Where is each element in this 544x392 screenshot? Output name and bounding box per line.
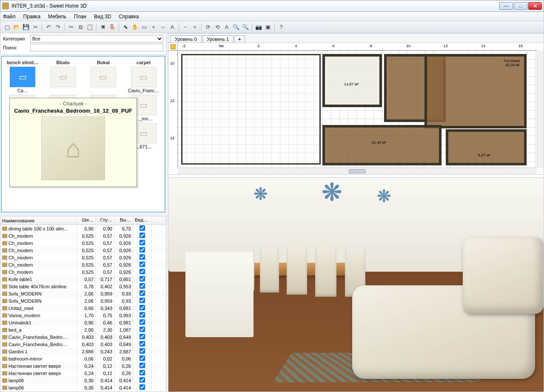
3d-view[interactable]: ▲ ▼ ◀ ▶ ❋ ❋ ❋ — [168, 177, 544, 392]
pan-button[interactable]: ✋ — [131, 23, 139, 31]
category-select[interactable]: Все — [30, 35, 163, 43]
table-row[interactable]: Cavio_Francheska_Bedro…0,4030,4030,649 — [0, 333, 166, 341]
furniture-catalog[interactable]: bench slimli…BludoBokalcarpet▭Ca…▭▭▭Cavi… — [1, 56, 165, 213]
menu-Файл[interactable]: Файл — [3, 14, 16, 20]
save-button[interactable]: 💾 — [22, 23, 30, 31]
visibility-checkbox[interactable] — [140, 370, 145, 375]
table-row[interactable]: Ch_modern0,5250,570,926 — [0, 239, 166, 247]
table-row[interactable]: Gardini 12,6880,2432,687 — [0, 348, 166, 355]
table-row[interactable]: bed_a2,002,301,087 — [0, 326, 166, 333]
plan-scrollbar-vertical[interactable] — [537, 51, 544, 168]
cut-button[interactable]: ✂ — [67, 23, 75, 31]
redo-button[interactable]: ↷ — [54, 23, 62, 31]
ruler-origin[interactable] — [168, 43, 178, 51]
visibility-checkbox[interactable] — [140, 261, 145, 267]
visibility-checkbox[interactable] — [140, 377, 145, 383]
menu-Правка[interactable]: Правка — [23, 14, 41, 20]
plan-canvas[interactable]: 14,87 м² Гостиная42,04 м² 21,44 м² 8,57 … — [178, 51, 537, 168]
catalog-item[interactable]: Bludo — [43, 59, 83, 65]
table-row[interactable]: Cavio_Francheska_Bedro…0,4030,4030,649 — [0, 341, 166, 348]
minimize-button[interactable]: — — [499, 2, 513, 10]
catalog-item[interactable]: bench slimli… — [3, 59, 43, 65]
catalog-item[interactable]: ▭Cavio_Franc… — [123, 67, 164, 93]
visibility-checkbox[interactable] — [140, 240, 145, 245]
search-input[interactable] — [30, 44, 163, 51]
visibility-checkbox[interactable] — [140, 298, 145, 303]
tab-level-1[interactable]: Уровень 1 — [202, 35, 234, 43]
plan-scrollbar-horizontal[interactable] — [178, 168, 537, 174]
table-row[interactable]: Vanna_modern1,700,750,993 — [0, 312, 166, 319]
select-button[interactable]: ⬉ — [121, 23, 130, 31]
table-row[interactable]: Настенная светит вверх0,240,120,26 — [0, 369, 166, 377]
catalog-item[interactable]: ▭Ca… — [3, 67, 43, 93]
table-row[interactable]: bathroom-mirror0,060,020,06 — [0, 355, 166, 362]
visibility-checkbox[interactable] — [140, 233, 145, 238]
zoom-sel-button[interactable]: 🔍 — [241, 23, 250, 31]
delete-button[interactable]: ✖ — [99, 23, 107, 31]
table-row[interactable]: Ch_modern0,5250,570,926 — [0, 261, 166, 268]
table-row[interactable]: dining table 100 x 100 slim…0,900,900,70 — [0, 225, 166, 232]
visibility-checkbox[interactable] — [140, 327, 145, 332]
close-button[interactable]: ✕ — [528, 2, 542, 10]
table-header[interactable]: Наименование Ши… Глу… Вы… Види… — [0, 216, 166, 225]
catalog-item[interactable]: Bokal — [83, 59, 124, 65]
zoom-fit-button[interactable]: 🔍 — [232, 23, 240, 31]
visibility-checkbox[interactable] — [140, 283, 145, 289]
catalog-item[interactable]: ▭ — [83, 67, 124, 93]
table-row[interactable]: Side table 40x78cm slimline0,780,4020,55… — [0, 283, 166, 290]
maximize-button[interactable]: □ — [514, 2, 527, 10]
visibility-checkbox[interactable] — [140, 355, 145, 361]
visibility-checkbox[interactable] — [140, 319, 145, 325]
undo-button[interactable]: ↶ — [44, 23, 53, 31]
visibility-checkbox[interactable] — [140, 254, 145, 260]
create-rooms-button[interactable]: + — [149, 23, 158, 31]
table-row[interactable]: Настенная светит вверх0,240,120,26 — [0, 362, 166, 369]
table-row[interactable]: Kofe table10,570,7170,851 — [0, 276, 166, 283]
table-row[interactable]: Ch_modern0,5250,570,926 — [0, 232, 166, 239]
prefs-button[interactable]: ✂ — [31, 23, 40, 31]
catalog-item[interactable]: carpet — [123, 59, 164, 65]
menu-Справка[interactable]: Справка — [119, 14, 139, 20]
visibility-checkbox[interactable] — [140, 384, 145, 390]
new-file-button[interactable]: ▢ — [3, 23, 11, 31]
camera-button[interactable]: 📷 — [254, 23, 263, 31]
visibility-checkbox[interactable] — [140, 276, 145, 281]
copy-button[interactable]: ⧉ — [76, 23, 85, 31]
paste-button[interactable]: 📋 — [85, 23, 94, 31]
visibility-checkbox[interactable] — [140, 290, 145, 296]
visibility-checkbox[interactable] — [140, 341, 145, 347]
table-row[interactable]: lamp060,300,4140,414 — [0, 384, 166, 391]
visibility-checkbox[interactable] — [140, 334, 145, 339]
create-walls-button[interactable]: ▭ — [140, 23, 148, 31]
create-text-button[interactable]: A — [168, 23, 177, 31]
table-row[interactable]: Unitaz_med0,600,3430,681 — [0, 304, 166, 312]
create-dimensions-button[interactable]: ↔ — [159, 23, 167, 31]
menu-Вид 3D[interactable]: Вид 3D — [94, 14, 111, 20]
visibility-checkbox[interactable] — [140, 305, 145, 310]
plan-viewport[interactable]: -20м246810121416 101214 14,87 м² Гостина… — [168, 43, 544, 174]
tab-level-0[interactable]: Уровень 0 — [170, 35, 202, 43]
menu-План[interactable]: План — [74, 14, 86, 20]
table-row[interactable]: lamp060,300,4140,414 — [0, 377, 166, 384]
search-button[interactable]: A — [222, 23, 231, 31]
visibility-checkbox[interactable] — [140, 269, 145, 274]
table-row[interactable]: Sofa_MODERN2,060,9590,93 — [0, 297, 166, 304]
table-row[interactable]: Umivalnik10,900,460,981 — [0, 319, 166, 326]
help-button[interactable]: ? — [277, 23, 285, 31]
table-row[interactable]: Ch_modern0,5250,570,926 — [0, 268, 166, 276]
rotate-cw-button[interactable]: ⟳ — [204, 23, 212, 31]
catalog-item[interactable]: ▭ — [43, 67, 83, 93]
add-level-button[interactable]: + — [234, 35, 245, 43]
visibility-checkbox[interactable] — [140, 312, 145, 318]
visibility-checkbox[interactable] — [140, 247, 145, 253]
menu-Мебель[interactable]: Мебель — [48, 14, 66, 20]
visibility-checkbox[interactable] — [140, 225, 145, 231]
open-button[interactable]: 📂 — [12, 23, 21, 31]
table-row[interactable]: Ch_modern0,5250,570,926 — [0, 247, 166, 254]
rotate-ccw-button[interactable]: ⟲ — [213, 23, 222, 31]
visibility-checkbox[interactable] — [140, 363, 145, 368]
zoom-out-button[interactable]: − — [181, 23, 190, 31]
zoom-in-button[interactable]: + — [191, 23, 199, 31]
video-button[interactable]: ▣ — [264, 23, 272, 31]
table-row[interactable]: Sofa_MODERN2,060,9590,93 — [0, 290, 166, 297]
